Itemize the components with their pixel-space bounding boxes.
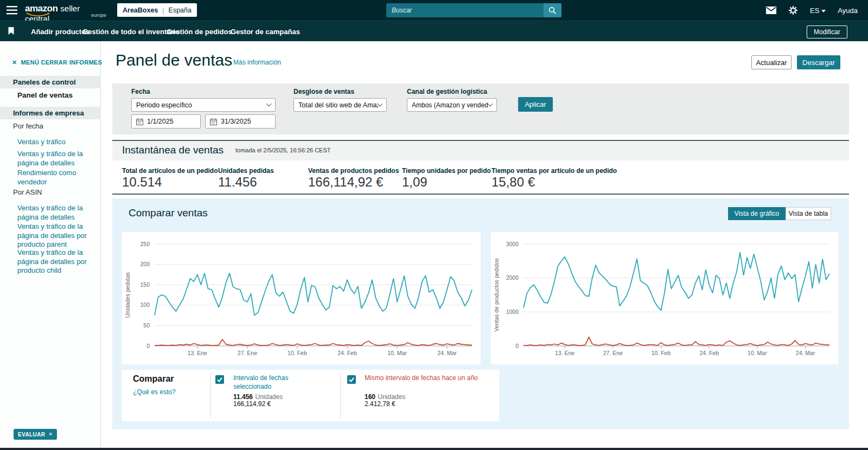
settings-button[interactable]: [788, 5, 798, 15]
top-bar: amazonseller central europe AreaBoxes | …: [0, 0, 868, 21]
sidebar-section-dashboards: Paneles de control: [0, 76, 101, 88]
svg-text:24. Mar: 24. Mar: [437, 350, 457, 356]
check-icon: [216, 376, 223, 383]
current-range-checkbox[interactable]: [215, 375, 224, 384]
svg-text:13. Ene: 13. Ene: [555, 350, 575, 356]
search-icon: [548, 7, 557, 15]
check-icon: [348, 376, 355, 383]
close-icon: ✕: [12, 59, 17, 66]
sidebar-close-menu[interactable]: ✕MENÚ CERRAR INFORMES: [12, 59, 102, 66]
calendar-icon: [210, 118, 217, 125]
refresh-button[interactable]: Actualizar: [751, 55, 792, 69]
sidebar-item-detail-page-sales-traffic[interactable]: Ventas y tráfico de la página de detalle…: [17, 150, 97, 168]
sidebar-item-sales-traffic[interactable]: Ventas y tráfico: [17, 138, 97, 147]
nav-campaign-manager[interactable]: Gestor de campañas: [231, 28, 300, 36]
metric-value: 15,80 €: [492, 175, 617, 190]
section-divider: [112, 194, 849, 195]
metric-label: Tiempo ventas por artículo de un pedido: [492, 167, 617, 175]
bottom-edge: [0, 448, 868, 450]
sidebar-group-by-date: Por fecha: [13, 122, 43, 130]
marketplace-account: AreaBoxes: [123, 7, 158, 14]
marketplace-country: España: [169, 7, 192, 14]
metric-value: 1,09: [402, 175, 491, 190]
language-selector[interactable]: ES: [810, 7, 826, 15]
compare-label: Comparar: [133, 374, 174, 384]
date-range-value: Periodo específico: [136, 101, 192, 109]
svg-text:100: 100: [140, 301, 150, 308]
divider: [340, 373, 341, 418]
subnav: Añadir productos Gestión de todo el inve…: [0, 21, 868, 41]
nav-manage-inventory[interactable]: Gestión de todo el inventario: [82, 28, 180, 36]
svg-text:24. Feb: 24. Feb: [337, 350, 357, 356]
metric-value: 166,114,92 €: [308, 175, 399, 190]
channel-dropdown[interactable]: Ambos (Amazon y vendedor): [407, 98, 497, 112]
svg-text:24. Feb: 24. Feb: [699, 350, 719, 356]
sidebar-item-seller-performance[interactable]: Rendimiento como vendedor: [17, 169, 97, 187]
current-range-label[interactable]: Intervalo de fechas seleccionado: [233, 374, 305, 391]
svg-text:0: 0: [515, 343, 519, 349]
marketplace-switcher[interactable]: AreaBoxes | España: [117, 3, 197, 17]
sidebar-item-sales-dashboard[interactable]: Panel de ventas: [17, 91, 73, 99]
svg-text:50: 50: [143, 322, 150, 329]
metric-items-ordered: Total de artículos de un pedido 10.514: [122, 167, 218, 190]
evaluate-badge[interactable]: EVALUAR ✕: [14, 429, 57, 440]
nav-manage-orders[interactable]: Gestión de pedidos: [167, 28, 232, 36]
date-range-dropdown[interactable]: Periodo específico: [131, 98, 276, 112]
product-sales-line-chart: 010002000300013. Ene27. Ene10. Feb24. Fe…: [491, 232, 838, 364]
units-number: 11.456: [233, 393, 253, 401]
bookmark-icon[interactable]: [8, 27, 15, 37]
divider: [210, 373, 211, 418]
svg-text:27. Ene: 27. Ene: [238, 350, 257, 356]
svg-text:1000: 1000: [506, 308, 519, 315]
svg-text:0: 0: [146, 343, 150, 349]
metric-label: Ventas de productos pedidos: [308, 167, 399, 175]
chevron-down-icon: [266, 101, 272, 107]
date-filter-label: Fecha: [131, 88, 150, 95]
svg-text:150: 150: [140, 281, 150, 288]
apply-button[interactable]: Aplicar: [518, 97, 553, 112]
gear-icon: [788, 5, 798, 15]
search-input[interactable]: [386, 3, 544, 17]
what-is-this-link[interactable]: ¿Qué es esto?: [133, 388, 176, 396]
date-from-value: 1/1/2025: [147, 118, 174, 125]
more-info-link[interactable]: Más información: [233, 59, 281, 66]
help-link[interactable]: Ayuda: [838, 7, 858, 15]
compare-legend-card: Comparar ¿Qué es esto? Intervalo de fech…: [122, 370, 499, 421]
graph-view-button[interactable]: Vista de gráfico: [728, 207, 786, 220]
previous-year-checkbox[interactable]: [347, 375, 356, 384]
svg-text:250: 250: [140, 241, 150, 247]
metric-label: Tiempo unidades por pedido: [402, 167, 491, 175]
chevron-down-icon: [821, 10, 826, 12]
svg-text:200: 200: [140, 261, 150, 267]
breakdown-value: Total del sitio web de Amazon: [298, 101, 378, 109]
svg-text:3000: 3000: [506, 241, 519, 247]
svg-text:13. Ene: 13. Ene: [188, 350, 207, 356]
sidebar-item-detail-page-parent[interactable]: Ventas y tráfico de la página de detalle…: [17, 222, 97, 249]
snapshot-title: Instantánea de ventas: [122, 144, 224, 156]
modify-button[interactable]: Modificar: [807, 25, 847, 38]
calendar-icon: [136, 118, 143, 125]
search-button[interactable]: [544, 3, 561, 17]
download-button[interactable]: Descargar: [797, 55, 840, 69]
date-to-value: 31/3/2025: [221, 118, 251, 125]
date-from-input[interactable]: 1/1/2025: [131, 114, 201, 128]
search-bar: [386, 3, 561, 17]
date-to-input[interactable]: 31/3/2025: [205, 114, 276, 128]
sidebar-section-business-reports: Informes de empresa: [0, 107, 101, 119]
breakdown-filter-label: Desglose de ventas: [293, 88, 354, 95]
svg-text:10. Feb: 10. Feb: [288, 350, 307, 356]
chevron-down-icon: [488, 101, 493, 107]
breakdown-dropdown[interactable]: Total del sitio web de Amazon: [293, 98, 387, 112]
previous-year-label[interactable]: Mismo intervalo de fechas hace un año: [365, 374, 482, 383]
sidebar-item-detail-page-child[interactable]: Ventas y tráfico de la página de detalle…: [17, 248, 97, 275]
metric-label: Unidades pedidas: [218, 167, 274, 175]
hamburger-menu-icon[interactable]: [7, 6, 17, 17]
table-view-button[interactable]: Vista de tabla: [786, 207, 831, 220]
messages-button[interactable]: [766, 7, 776, 14]
evaluate-label: EVALUAR: [18, 432, 45, 438]
metric-label: Total de artículos de un pedido: [122, 167, 218, 175]
sidebar-item-detail-page-by-asin[interactable]: Ventas y tráfico de la página de detalle…: [17, 204, 97, 222]
nav-add-products[interactable]: Añadir productos: [31, 28, 90, 36]
seller-central-logo[interactable]: amazonseller central europe: [25, 3, 106, 18]
compare-sales-title: Comparar ventas: [129, 207, 208, 219]
